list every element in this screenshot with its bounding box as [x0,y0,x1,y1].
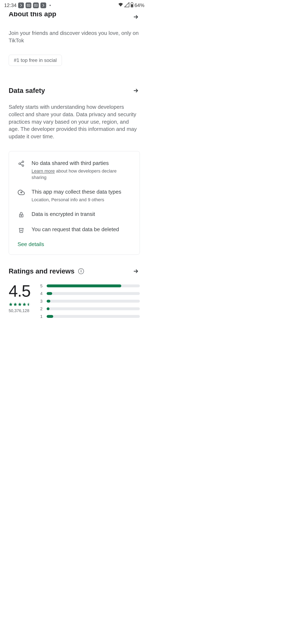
svg-line-12 [20,162,22,163]
stars-row [9,302,31,306]
bar-fill [47,284,121,287]
learn-more-link[interactable]: Learn more [31,168,55,174]
about-title: About this app [9,12,56,18]
safety-item-sharing: No data shared with third parties Learn … [17,160,131,181]
star-icon [18,302,22,306]
signal-icon [124,2,130,9]
bar-row-5: 5 [40,284,140,288]
more-notifications-dot [49,5,51,6]
data-safety-arrow-icon[interactable] [132,86,140,95]
bar-label: 3 [40,299,42,304]
svg-point-10 [19,163,20,164]
ratings-body: 4.5 50,376,128 5 4 3 [9,283,140,319]
battery-percent: 64% [134,2,144,8]
share-icon [17,160,25,168]
safety-encrypted-title: Data is encrypted in transit [31,210,95,218]
rating-summary: 4.5 50,376,128 [9,283,31,313]
svg-rect-8 [131,4,133,7]
bar-track [47,307,140,310]
bar-row-1: 1 [40,314,140,319]
bar-row-4: 4 [40,291,140,296]
safety-collect-sub: Location, Personal info and 9 others [31,197,121,203]
bar-track [47,300,140,302]
rating-score: 4.5 [9,283,31,299]
bar-track [47,284,140,287]
status-right: 64% [118,2,144,9]
status-left: 12:34 [4,2,51,8]
safety-collect-title: This app may collect these data types [31,188,121,196]
notification-icon-2 [40,2,46,8]
ratings-arrow-icon[interactable] [132,267,140,275]
trash-icon [17,226,25,234]
ratings-header-row[interactable]: Ratings and reviews i [9,267,140,275]
svg-point-11 [22,165,24,166]
svg-point-9 [22,161,24,163]
safety-item-encrypted: Data is encrypted in transit [17,210,131,218]
status-time: 12:34 [4,2,16,8]
bar-label: 4 [40,291,42,296]
rating-bars: 5 4 3 2 1 [40,283,140,319]
see-details-link[interactable]: See details [17,241,131,248]
bar-track [47,292,140,295]
ranking-chip[interactable]: #1 top free in social [9,55,62,66]
bar-fill [47,300,50,302]
data-safety-description: Safety starts with understanding how dev… [9,104,140,140]
data-safety-header-row[interactable]: Data safety [9,86,140,95]
bar-row-3: 3 [40,299,140,304]
safety-item-delete: You can request that data be deleted [17,226,131,234]
svg-rect-7 [132,2,132,3]
star-icon [9,302,13,306]
notification-icon [18,2,24,8]
bar-fill [47,292,52,295]
star-half-icon [27,302,31,306]
svg-line-13 [20,164,22,165]
bar-fill [47,315,53,318]
safety-sharing-title: No data shared with third parties [31,160,131,167]
star-icon [13,302,17,306]
about-description: Join your friends and discover videos yo… [9,29,140,44]
safety-delete-title: You can request that data be deleted [31,226,119,233]
cloud-upload-icon [17,189,25,196]
about-arrow-icon[interactable] [132,13,140,21]
bar-label: 5 [40,284,42,288]
data-safety-title: Data safety [9,87,45,94]
news-icon-2 [33,2,39,8]
safety-item-collect: This app may collect these data types Lo… [17,188,131,203]
bar-label: 2 [40,306,42,311]
lock-icon [17,211,25,218]
safety-sharing-sub: Learn more about how developers declare … [31,168,131,181]
status-bar: 12:34 64% [0,0,148,10]
bar-row-2: 2 [40,306,140,311]
svg-point-15 [21,215,22,216]
info-icon[interactable]: i [78,268,84,274]
ratings-title: Ratings and reviews [9,267,74,275]
review-count: 50,376,128 [9,308,31,313]
data-safety-card: No data shared with third parties Learn … [9,151,140,255]
star-icon [22,302,26,306]
wifi-icon [118,2,123,9]
bar-label: 1 [40,314,42,319]
battery-icon [130,2,134,9]
about-header-row[interactable]: About this app [9,13,140,21]
bar-fill [47,307,49,310]
bar-track [47,315,140,318]
news-icon [25,2,31,8]
